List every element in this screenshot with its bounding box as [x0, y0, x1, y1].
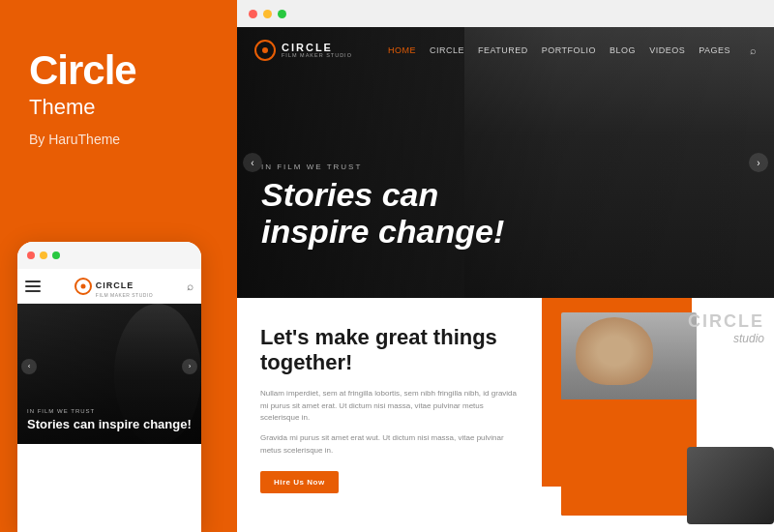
nav-link-circle[interactable]: CIRCLE [430, 45, 464, 55]
desktop-search-icon[interactable]: ⌕ [750, 44, 757, 56]
nav-link-videos[interactable]: VIDEOS [649, 45, 685, 55]
app-author: By HaruTheme [29, 132, 208, 147]
left-panel: Circle Theme By HaruTheme CIRCLE FILM MA… [0, 0, 237, 532]
nav-link-featured[interactable]: FEATURED [478, 45, 528, 55]
nav-link-home[interactable]: HOME [388, 45, 416, 55]
mobile-hero-tag: IN FILM WE TRUST [27, 408, 192, 414]
desktop-content-section: Let's make great things together! Nullam… [237, 298, 774, 532]
desktop-prev-arrow[interactable]: ‹ [243, 153, 262, 172]
desktop-hero-title: Stories can inspire change! [261, 177, 504, 250]
desktop-hero-arrows: ‹ › [237, 153, 774, 172]
desktop-hero-content: IN FILM WE TRUST Stories can inspire cha… [261, 163, 504, 250]
desktop-hero-title-line1: Stories can [261, 176, 438, 213]
mobile-dot-red [27, 251, 35, 259]
mobile-logo-text: CIRCLE [96, 281, 134, 290]
desktop-logo: CIRCLE FILM MAKER STUDIO [254, 40, 352, 61]
desktop-content-text1: Nullam imperdiet, sem at fringilla lobor… [260, 388, 519, 425]
desktop-logo-circle-icon [254, 40, 276, 61]
mobile-prev-arrow[interactable]: ‹ [21, 359, 37, 374]
mobile-logo: CIRCLE FILM MAKER STUDIO [74, 275, 153, 298]
app-title: Circle [29, 48, 208, 93]
desktop-equipment-image [687, 447, 774, 524]
desktop-content-heading: Let's make great things together! [260, 325, 519, 376]
mobile-dot-green [52, 251, 60, 259]
desktop-person-body [561, 399, 697, 516]
desktop-logo-sub: FILM MAKER STUDIO [282, 53, 352, 59]
mobile-logo-sub: FILM MAKER STUDIO [96, 292, 153, 298]
mobile-hero-content: IN FILM WE TRUST Stories can inspire cha… [27, 408, 192, 432]
desktop-nav-links: HOME CIRCLE FEATURED PORTFOLIO BLOG VIDE… [388, 44, 757, 56]
mobile-top-bar [17, 242, 201, 269]
desktop-content-left: Let's make great things together! Nullam… [237, 298, 542, 532]
desktop-hero: CIRCLE FILM MAKER STUDIO HOME CIRCLE FEA… [237, 27, 774, 298]
desktop-next-arrow[interactable]: › [749, 153, 768, 172]
desktop-studio-circle: CIRCLE [688, 311, 764, 331]
desktop-heading-line2: together! [260, 350, 352, 374]
mobile-next-arrow[interactable]: › [182, 359, 197, 374]
desktop-dot-red [249, 10, 257, 18]
desktop-top-bar [237, 0, 774, 27]
desktop-person-image [561, 312, 697, 516]
mobile-search-icon[interactable]: ⌕ [187, 280, 194, 293]
mobile-mockup: CIRCLE FILM MAKER STUDIO ⌕ IN FILM WE TR… [17, 242, 201, 532]
desktop-mockup: CIRCLE FILM MAKER STUDIO HOME CIRCLE FEA… [237, 0, 774, 532]
desktop-dot-yellow [263, 10, 272, 18]
mobile-hamburger-icon[interactable] [25, 281, 41, 292]
desktop-hero-title-line2: inspire change! [261, 213, 504, 250]
desktop-content-image: CIRCLE studio [542, 298, 774, 532]
desktop-content-text2: Gravida mi purus sit amet erat wut. Ut d… [260, 432, 519, 458]
mobile-hero: IN FILM WE TRUST Stories can inspire cha… [17, 304, 201, 444]
app-subtitle: Theme [29, 95, 208, 120]
desktop-studio-label: CIRCLE studio [688, 311, 764, 345]
mobile-arrows: ‹ › [17, 359, 201, 374]
mobile-logo-circle-icon [74, 278, 92, 295]
desktop-dot-green [278, 10, 286, 18]
mobile-dot-yellow [40, 251, 47, 259]
mobile-nav: CIRCLE FILM MAKER STUDIO ⌕ [17, 269, 201, 304]
nav-link-pages[interactable]: PAGES [699, 45, 730, 55]
desktop-nav: CIRCLE FILM MAKER STUDIO HOME CIRCLE FEA… [237, 27, 774, 74]
nav-link-portfolio[interactable]: PORTFOLIO [542, 45, 596, 55]
desktop-content-right: CIRCLE studio [542, 298, 774, 532]
mobile-hero-title: Stories can inspire change! [27, 417, 192, 432]
nav-link-blog[interactable]: BLOG [610, 45, 636, 55]
desktop-person-face [576, 317, 653, 385]
desktop-studio-word: studio [688, 332, 764, 345]
desktop-heading-line1: Let's make great things [260, 325, 497, 349]
hire-us-button[interactable]: Hire Us Now [260, 471, 339, 493]
